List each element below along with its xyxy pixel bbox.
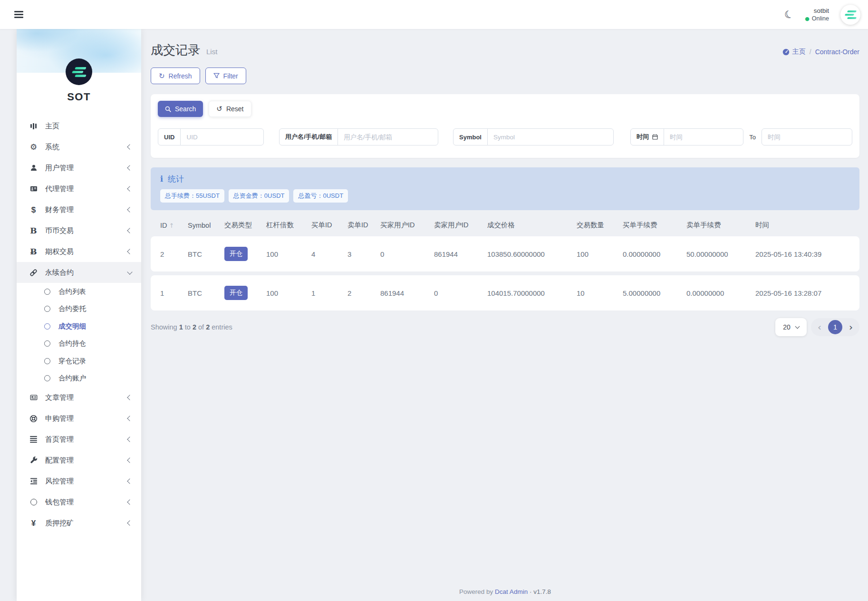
page-subtitle: List (206, 48, 217, 56)
sidebar-subitem-liquidation-records[interactable]: 穿仓记录 (17, 352, 141, 370)
sidebar-subitem-trade-records[interactable]: 成交明细 (17, 318, 141, 335)
sidebar-item-agents[interactable]: 代理管理 (17, 178, 141, 199)
avatar[interactable] (840, 5, 860, 25)
sidebar-item-users[interactable]: 用户管理 (17, 157, 141, 178)
stat-total-fee-badge: 总手续费：55USDT (160, 189, 224, 203)
sidebar-item-spot-trade[interactable]: B 币币交易 (17, 220, 141, 241)
refresh-button[interactable]: ↻ Refresh (151, 68, 200, 84)
chain-link-icon (29, 269, 39, 277)
chevron-left-icon (127, 520, 132, 525)
sidebar-item-perpetual-contract[interactable]: 永续合约 (17, 262, 141, 283)
gear-icon: ⚙ (29, 143, 39, 151)
sidebar-toggle-icon[interactable] (12, 8, 25, 21)
dcat-admin-link[interactable]: Dcat Admin (495, 588, 528, 595)
filter-button[interactable]: Filter (205, 68, 246, 84)
sidebar: SOT 主页 ⚙ 系统 用户管理 (17, 29, 141, 601)
cell-seller-uid: 861944 (434, 236, 487, 271)
sidebar-subitem-contract-orders[interactable]: 合约委托 (17, 300, 141, 318)
statistics-title: 统计 (168, 174, 184, 184)
sidebar-item-homepage[interactable]: 首页管理 (17, 429, 141, 450)
cell-buyer-uid: 861944 (380, 275, 434, 310)
sidebar-item-wallets[interactable]: 钱包管理 (17, 492, 141, 513)
sidebar-item-articles[interactable]: 文章管理 (17, 387, 141, 408)
showing-entries-text: Showing 1 to 2 of 2 entries (151, 323, 232, 331)
sidebar-menu: 主页 ⚙ 系统 用户管理 代理管理 (17, 107, 141, 601)
wrench-icon (29, 456, 39, 464)
sidebar-item-home[interactable]: 主页 (17, 116, 141, 136)
sidebar-item-label: 申购管理 (45, 414, 74, 423)
column-header-symbol: Symbol (188, 215, 224, 233)
sidebar-item-system[interactable]: ⚙ 系统 (17, 136, 141, 157)
sidebar-subitem-label: 合约持仓 (58, 339, 86, 348)
online-dot-icon: ● (805, 16, 810, 21)
sidebar-item-label: 期权交易 (45, 247, 74, 256)
cell-sell-fee: 0.00000000 (686, 275, 755, 310)
sidebar-subitem-label: 穿仓记录 (58, 357, 86, 366)
symbol-input[interactable] (488, 129, 613, 145)
cell-time: 2025-05-16 13:40:39 (755, 236, 859, 271)
username-field-group: 用户名/手机/邮箱 (279, 128, 438, 145)
cell-symbol: BTC (188, 236, 224, 271)
id-card-icon (29, 185, 39, 193)
prev-page-button[interactable]: ‹ (818, 322, 821, 332)
reset-button[interactable]: ↺ Reset (209, 101, 251, 117)
uid-field-label: UID (158, 129, 181, 145)
sidebar-subitem-label: 成交明细 (58, 322, 86, 331)
time-from-input[interactable] (664, 129, 743, 145)
sidebar-item-config[interactable]: 配置管理 (17, 450, 141, 471)
next-page-button[interactable]: › (849, 322, 853, 332)
column-header-amount: 交易数量 (577, 215, 623, 233)
bold-b-icon: B (29, 226, 39, 235)
current-page-button[interactable]: 1 (828, 320, 842, 334)
sidebar-subitem-contract-list[interactable]: 合约列表 (17, 283, 141, 300)
search-icon (165, 106, 171, 112)
chevron-left-icon (127, 207, 132, 212)
sidebar-subitem-contract-accounts[interactable]: 合约账户 (17, 370, 141, 388)
main-content: 成交记录 List 主页 / Contract-Order ↻ Refresh (141, 29, 868, 601)
sidebar-subitem-label: 合约委托 (58, 304, 86, 313)
sidebar-item-label: 主页 (45, 122, 59, 131)
cell-buy-order-id: 4 (311, 236, 347, 271)
circle-icon (44, 340, 50, 347)
breadcrumb-current[interactable]: Contract-Order (815, 48, 859, 56)
sidebar-item-risk-control[interactable]: 风控管理 (17, 471, 141, 492)
records-table: ID↑ Symbol 交易类型 杠杆倍数 买单ID 卖单ID 买家用户ID 卖家… (151, 211, 859, 314)
chart-bar-icon (29, 123, 39, 129)
cell-sell-order-id: 3 (347, 236, 380, 271)
sidebar-item-finance[interactable]: $ 财务管理 (17, 199, 141, 220)
cell-trade-type: 开仓 (224, 236, 266, 271)
cell-buyer-uid: 0 (380, 236, 434, 271)
sidebar-item-options-trade[interactable]: Ƀ 期权交易 (17, 241, 141, 262)
user-meta: sotbit ● Online (805, 7, 829, 23)
time-to-input[interactable] (762, 128, 852, 145)
calendar-icon (652, 134, 658, 140)
symbol-field-group: Symbol (453, 128, 614, 145)
navbar-right: ☾ sotbit ● Online (784, 5, 860, 25)
refresh-icon: ↻ (159, 72, 165, 80)
username-input[interactable] (338, 129, 438, 145)
showing-from: 1 (179, 323, 183, 331)
gauge-icon (782, 48, 790, 56)
powered-by-text: Powered by (459, 588, 493, 595)
sidebar-subitem-label: 合约列表 (58, 287, 86, 296)
breadcrumb-separator: / (810, 48, 811, 56)
sidebar-item-subscription[interactable]: 申购管理 (17, 408, 141, 429)
column-header-buy-fee: 买单手续费 (623, 215, 686, 233)
dark-mode-icon[interactable]: ☾ (782, 8, 795, 22)
toolbar: ↻ Refresh Filter (151, 68, 859, 84)
column-header-buy-order-id: 买单ID (311, 215, 347, 233)
uid-input[interactable] (181, 129, 263, 145)
brand-logo-icon[interactable] (66, 58, 92, 85)
time-field-label: 时间 (631, 129, 664, 145)
sidebar-item-staking[interactable]: ¥ 质押挖矿 (17, 513, 141, 533)
search-button[interactable]: Search (158, 101, 203, 117)
page-footer: Powered by Dcat Admin · v1.7.8 (151, 582, 859, 601)
user-status: ● Online (805, 15, 829, 22)
breadcrumb-home-link[interactable]: 主页 (782, 48, 806, 56)
sidebar-item-label: 永续合约 (45, 268, 74, 277)
column-header-id[interactable]: ID↑ (151, 215, 188, 233)
table-header-row: ID↑ Symbol 交易类型 杠杆倍数 买单ID 卖单ID 买家用户ID 卖家… (151, 215, 859, 233)
sidebar-subitem-contract-positions[interactable]: 合约持仓 (17, 335, 141, 353)
cell-buy-order-id: 1 (311, 275, 347, 310)
page-size-select[interactable]: 20 (775, 318, 807, 336)
